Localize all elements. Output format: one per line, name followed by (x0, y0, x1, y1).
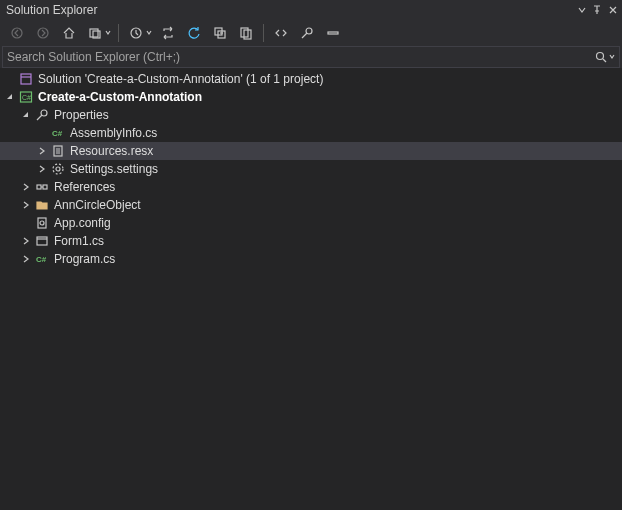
switch-views-dropdown[interactable] (104, 30, 112, 36)
expand-arrow-closed[interactable] (18, 251, 34, 267)
svg-rect-21 (43, 185, 47, 189)
file-node-assemblyinfo[interactable]: C# AssemblyInfo.cs (0, 124, 622, 142)
preview-button[interactable] (322, 22, 344, 44)
sync-button[interactable] (157, 22, 179, 44)
tree-label: Resources.resx (70, 144, 153, 158)
svg-point-11 (597, 53, 604, 60)
show-all-files-button[interactable] (235, 22, 257, 44)
expand-arrow-open[interactable] (18, 107, 34, 123)
svg-rect-20 (37, 185, 41, 189)
file-node-program[interactable]: C# Program.cs (0, 250, 622, 268)
collapse-all-button[interactable] (209, 22, 231, 44)
tree-label: Properties (54, 108, 109, 122)
tree-label: App.config (54, 216, 111, 230)
references-icon (34, 179, 50, 195)
solution-node[interactable]: Solution 'Create-a-Custom-Annotation' (1… (0, 70, 622, 88)
config-file-icon (34, 215, 50, 231)
toolbar (0, 20, 622, 46)
dropdown-icon[interactable] (578, 6, 586, 14)
svg-point-1 (38, 28, 48, 38)
back-button[interactable] (6, 22, 28, 44)
svg-rect-24 (37, 237, 47, 245)
search-icon[interactable] (595, 51, 615, 63)
wrench-icon (34, 107, 50, 123)
properties-button[interactable] (296, 22, 318, 44)
tree-label: Solution 'Create-a-Custom-Annotation' (1… (38, 72, 323, 86)
toolbar-separator (118, 24, 119, 42)
svg-text:C#: C# (22, 94, 31, 101)
properties-node[interactable]: Properties (0, 106, 622, 124)
resx-file-icon (50, 143, 66, 159)
form-file-icon (34, 233, 50, 249)
forward-button[interactable] (32, 22, 54, 44)
tree-label: Form1.cs (54, 234, 104, 248)
tree-label: AssemblyInfo.cs (70, 126, 157, 140)
search-box[interactable] (2, 46, 620, 68)
csharp-project-icon: C# (18, 89, 34, 105)
project-node[interactable]: C# Create-a-Custom-Annotation (0, 88, 622, 106)
expand-arrow-closed[interactable] (18, 197, 34, 213)
expand-arrow-closed[interactable] (34, 143, 50, 159)
tree-label: References (54, 180, 115, 194)
csharp-file-icon: C# (34, 251, 50, 267)
svg-rect-10 (328, 32, 338, 34)
refresh-button[interactable] (183, 22, 205, 44)
toolbar-separator (263, 24, 264, 42)
svg-point-23 (40, 221, 44, 225)
file-node-settings[interactable]: Settings.settings (0, 160, 622, 178)
close-icon[interactable] (608, 5, 618, 15)
blank-arrow (34, 125, 50, 141)
svg-text:C#: C# (36, 255, 47, 264)
expand-arrow-closed[interactable] (18, 179, 34, 195)
svg-rect-22 (38, 218, 46, 228)
expand-arrow-closed[interactable] (34, 161, 50, 177)
switch-views-button[interactable] (84, 22, 106, 44)
svg-rect-12 (21, 74, 31, 84)
tree-label: Program.cs (54, 252, 115, 266)
tree-label: Settings.settings (70, 162, 158, 176)
expand-arrow-closed[interactable] (18, 233, 34, 249)
pin-icon[interactable] (592, 5, 602, 15)
pending-changes-dropdown[interactable] (145, 30, 153, 36)
references-node[interactable]: References (0, 178, 622, 196)
blank-arrow (2, 71, 18, 87)
svg-point-18 (56, 167, 60, 171)
folder-icon (34, 197, 50, 213)
svg-point-19 (53, 164, 63, 174)
search-input[interactable] (7, 50, 595, 64)
tree-label: AnnCircleObject (54, 198, 141, 212)
tree-label: Create-a-Custom-Annotation (38, 90, 202, 104)
folder-node-anncircle[interactable]: AnnCircleObject (0, 196, 622, 214)
csharp-file-icon: C# (50, 125, 66, 141)
solution-icon (18, 71, 34, 87)
svg-rect-2 (90, 29, 98, 37)
file-node-appconfig[interactable]: App.config (0, 214, 622, 232)
svg-point-0 (12, 28, 22, 38)
gear-icon (50, 161, 66, 177)
home-button[interactable] (58, 22, 80, 44)
expand-arrow-open[interactable] (2, 89, 18, 105)
view-code-button[interactable] (270, 22, 292, 44)
panel-titlebar: Solution Explorer (0, 0, 622, 20)
svg-text:C#: C# (52, 129, 63, 138)
panel-title: Solution Explorer (6, 3, 97, 17)
pending-changes-button[interactable] (125, 22, 147, 44)
solution-tree: Solution 'Create-a-Custom-Annotation' (1… (0, 68, 622, 510)
blank-arrow (18, 215, 34, 231)
file-node-form1[interactable]: Form1.cs (0, 232, 622, 250)
file-node-resources[interactable]: Resources.resx (0, 142, 622, 160)
